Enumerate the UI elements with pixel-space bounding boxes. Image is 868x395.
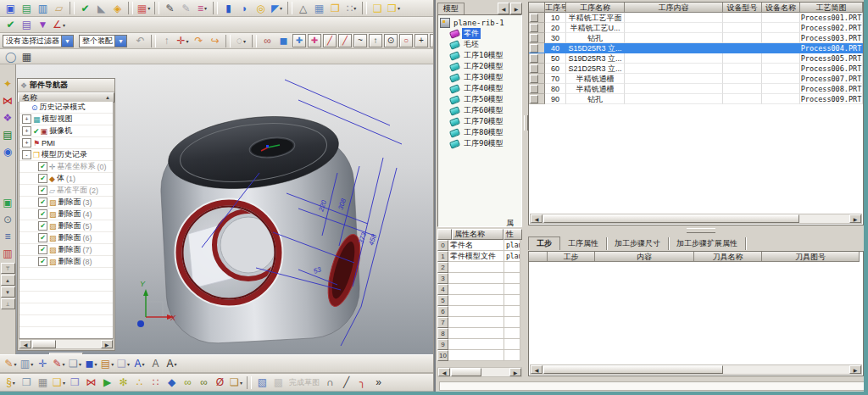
scroll-thumb[interactable] <box>32 340 56 348</box>
operation-no-cell[interactable]: 90 <box>545 94 566 104</box>
line-tool-button[interactable]: ╱ <box>339 376 353 390</box>
operation-content-cell[interactable] <box>625 23 723 33</box>
tab-model[interactable]: 模型 <box>437 3 465 14</box>
find-text-button[interactable]: A <box>148 357 163 371</box>
property-value-cell[interactable]: plan <box>504 240 520 251</box>
text-tool-button[interactable]: A▾ <box>132 357 147 371</box>
navigator-item[interactable]: +✔▣摄像机 <box>19 125 113 137</box>
property-row[interactable]: 0零件名plan <box>437 240 522 251</box>
model-tree-item[interactable]: 工序30模型 <box>438 72 521 83</box>
checkbox-icon[interactable]: ✔ <box>38 221 47 231</box>
scroll-track[interactable] <box>542 214 849 223</box>
navigator-hscrollbar[interactable]: ◀ ▶ <box>19 339 114 349</box>
equipment-model-cell[interactable] <box>723 53 762 64</box>
navigator-item[interactable]: ✔◆体(1) <box>19 173 113 185</box>
layer-visible-button[interactable]: ▤ <box>19 1 34 15</box>
model-tree-item[interactable]: 工序50模型 <box>438 94 521 105</box>
equipment-model-cell[interactable] <box>723 84 762 94</box>
tab-scroll-right-icon[interactable]: ▶ <box>510 3 522 14</box>
snap-center-button[interactable]: ⊙ <box>384 34 398 47</box>
cube-move-button[interactable]: ❏▾ <box>229 376 243 390</box>
property-value-cell[interactable] <box>504 339 520 350</box>
overflow-more-button[interactable]: » <box>371 376 386 390</box>
operation-no-cell[interactable]: 70 <box>545 74 566 84</box>
header-corner-cell[interactable] <box>529 252 548 262</box>
model-tree-item[interactable]: 工序20模型 <box>438 61 521 72</box>
pattern-flag-button[interactable]: ▶ <box>100 376 114 390</box>
verify-check-button[interactable]: ✔ <box>3 18 18 32</box>
navigator-item[interactable]: ✔▨删除面(3) <box>19 197 113 209</box>
equipment-name-cell[interactable] <box>762 74 800 84</box>
property-name-cell[interactable] <box>448 295 504 306</box>
folder-add-button[interactable]: ❐ <box>328 1 342 15</box>
lasso-select-button[interactable]: ◌▾ <box>234 34 248 48</box>
scroll-right-icon[interactable]: ▶ <box>849 365 861 374</box>
column-header[interactable]: 工步 <box>548 252 595 262</box>
cube-link-button[interactable]: ❒ <box>68 376 82 390</box>
arc-tool-button[interactable]: ╮ <box>355 376 370 390</box>
property-row-number[interactable]: 10 <box>437 350 448 361</box>
operation-no-cell[interactable]: 30 <box>545 33 566 43</box>
row-selector-button[interactable] <box>530 34 538 42</box>
scroll-thumb[interactable] <box>543 214 799 223</box>
model-tree-item[interactable]: 工序90模型 <box>438 138 521 149</box>
snap-tangent-button[interactable]: ~ <box>353 34 367 47</box>
process-sketch-cell[interactable]: Process002.PRT <box>800 23 863 33</box>
checkbox-icon[interactable]: ✔ <box>38 209 47 219</box>
uturn-arrow-button[interactable]: ∩ <box>323 376 337 390</box>
property-row[interactable]: 10 <box>437 350 522 361</box>
operation-name-cell[interactable]: 钻孔 <box>566 33 625 43</box>
property-value-cell[interactable]: plan <box>504 251 520 262</box>
combo-dropdown-icon[interactable]: ▼ <box>61 36 73 47</box>
combo-dropdown-icon[interactable]: ▼ <box>114 36 126 47</box>
eraser-button[interactable]: ▱ <box>52 1 66 15</box>
equipment-name-cell[interactable] <box>762 43 800 53</box>
checkbox-icon[interactable]: ✔ <box>38 198 47 207</box>
scroll-top-button[interactable]: ⊤ <box>1 263 15 274</box>
operation-content-cell[interactable] <box>625 53 723 64</box>
scroll-right-icon[interactable]: ▶ <box>101 340 113 348</box>
property-name-cell[interactable] <box>448 350 504 361</box>
equipment-model-cell[interactable] <box>723 94 762 104</box>
property-row-number[interactable]: 2 <box>437 262 448 273</box>
raster-image-button[interactable]: ▦ <box>36 376 50 390</box>
process-sketch-cell[interactable]: Process006.PRT <box>800 64 863 74</box>
shaded-cube-button[interactable]: ◼ <box>276 34 291 48</box>
property-value-cell[interactable] <box>504 262 520 273</box>
frame-squares-button[interactable]: ∷ <box>148 376 163 390</box>
select-up-button[interactable]: ↑ <box>159 34 174 48</box>
operation-content-cell[interactable] <box>625 43 723 53</box>
checkbox-icon[interactable]: ✔ <box>38 186 47 195</box>
dropdown-caret-icon[interactable]: ▾ <box>13 380 15 386</box>
equipment-name-cell[interactable] <box>762 84 800 94</box>
tab-scroll-left-icon[interactable]: ◀ <box>498 3 509 14</box>
property-name-cell[interactable] <box>448 273 504 284</box>
navigator-item[interactable]: ✔▨删除面(7) <box>19 244 113 256</box>
navigator-item[interactable]: ✔✛基准坐标系(0) <box>19 161 113 173</box>
property-name-cell[interactable] <box>448 284 504 295</box>
color-palette-icon[interactable]: ▥ <box>1 246 15 260</box>
navigator-item[interactable]: +⚑PMI <box>19 137 113 149</box>
property-name-cell[interactable] <box>448 262 504 273</box>
operation-content-cell[interactable] <box>625 74 723 84</box>
process-row[interactable]: 10半精铣工艺平面Process001.PRT <box>529 13 863 23</box>
selection-filter-combo[interactable]: 没有选择过滤器 ▼ <box>3 35 74 47</box>
column-header[interactable]: 内容 <box>595 252 694 262</box>
equipment-model-cell[interactable] <box>723 13 762 23</box>
model-tree-item[interactable]: 工序40模型 <box>438 83 521 94</box>
pen-dark-button[interactable]: ✎ <box>163 1 177 15</box>
cube-paste-button[interactable]: ❒▾ <box>387 1 401 15</box>
row-header-cell[interactable] <box>529 64 545 74</box>
property-row[interactable]: 5 <box>437 295 522 306</box>
process-row[interactable]: 20半精铣工艺U...Process002.PRT <box>529 23 863 33</box>
select-plus-button[interactable]: ✛▾ <box>175 34 190 48</box>
scroll-bottom-button[interactable]: ⊥ <box>1 298 15 309</box>
extrude-profile-button[interactable]: ▥▾ <box>19 357 34 371</box>
checkbox-icon[interactable]: ✔ <box>38 162 47 171</box>
process-row[interactable]: 80半精铣通槽Process008.PRT <box>529 84 863 94</box>
datum-pen-button[interactable]: ✎▾ <box>52 357 66 371</box>
operation-no-cell[interactable]: 60 <box>545 64 566 74</box>
row-selector-button[interactable] <box>530 44 538 53</box>
row-selector-button[interactable] <box>530 85 538 93</box>
property-name-cell[interactable] <box>448 317 504 328</box>
